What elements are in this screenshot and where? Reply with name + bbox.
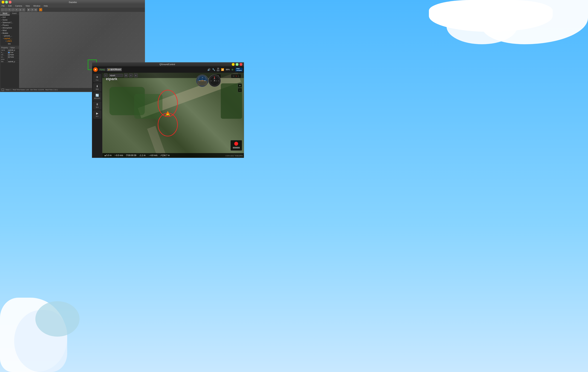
svg-text:-20: -20 bbox=[210, 80, 212, 81]
svg-rect-6 bbox=[197, 81, 207, 86]
gazebo-left-panel: World Insert ▸ GUI ▸ Scene ▸ Spherical C… bbox=[0, 12, 19, 88]
svg-text:15: 15 bbox=[214, 78, 215, 79]
status-simtime: Sim Time: 2:15.876 bbox=[30, 89, 44, 91]
speaker-icon[interactable]: 🔊 bbox=[207, 68, 210, 71]
toolbar-btn-6[interactable]: ◈ bbox=[19, 8, 22, 11]
tree-physics[interactable]: ▸ Physics bbox=[0, 24, 19, 27]
return-label: 返航|返回 bbox=[94, 98, 100, 99]
toolbar-btn-4[interactable]: ⤢ bbox=[11, 8, 15, 11]
checkbox-en[interactable] bbox=[8, 56, 10, 58]
tree-arrow-scene: ▸ bbox=[1, 19, 2, 21]
checkbox-sel[interactable] bbox=[8, 54, 10, 55]
tree-arrow-wind: ▸ bbox=[1, 30, 2, 31]
sidebar-btn-execute[interactable]: ▶ 执行 bbox=[93, 110, 101, 119]
map-back-btn[interactable]: ‹ bbox=[104, 73, 108, 77]
tree-arrow-spherical: ▸ bbox=[1, 22, 2, 23]
compass-widget: N -20 -10 10 20 15 bbox=[209, 75, 221, 87]
prop-key-en: en... bbox=[0, 56, 8, 58]
qgc-map[interactable]: ‹ ⊙ + ≡ elpark bbox=[102, 73, 244, 158]
gazebo-minimize-button[interactable] bbox=[2, 1, 4, 3]
prop-key-link: link bbox=[0, 61, 8, 63]
property-panel: Property Value name asphalt_p is_... Tru… bbox=[0, 46, 19, 63]
tree-scene[interactable]: ▸ Scene bbox=[0, 19, 19, 21]
tab-insert[interactable]: Insert bbox=[10, 12, 19, 15]
tree-gui[interactable]: ▸ GUI bbox=[0, 16, 19, 19]
zoom-out-btn[interactable]: - bbox=[238, 88, 242, 92]
property-col-key: Property bbox=[0, 46, 10, 49]
prop-key-name: name bbox=[0, 49, 8, 51]
gazebo-maximize-button[interactable] bbox=[5, 1, 8, 3]
qgc-maximize-btn[interactable] bbox=[236, 63, 239, 66]
qgc-win-controls bbox=[232, 63, 242, 66]
qgc-minimize-btn[interactable] bbox=[232, 63, 235, 66]
plan-icon: ✈ bbox=[96, 75, 98, 79]
panel-tree: ▸ GUI ▸ Scene ▸ Spherical C... ▸ Physics… bbox=[0, 15, 19, 46]
zoom-in-btn[interactable]: + bbox=[238, 83, 242, 88]
toolbar-btn-10[interactable]: ⏭ bbox=[34, 8, 37, 11]
toolbar-btn-1[interactable]: ⬚ bbox=[1, 8, 4, 11]
gazebo-menubar: File Edit Camera View Window Help bbox=[0, 4, 145, 8]
tree-asphalt[interactable]: ▾ asphalt_... bbox=[0, 37, 19, 40]
map-menu-btn[interactable]: ≡ bbox=[134, 73, 138, 77]
tree-links[interactable]: ▾ LINKS bbox=[0, 40, 19, 43]
map-search-input[interactable] bbox=[109, 74, 123, 77]
pause-icon: ⏸ bbox=[96, 103, 99, 106]
prop-key-sel: sel... bbox=[0, 54, 8, 56]
toolbar-btn-7[interactable]: ⊙ bbox=[22, 8, 25, 11]
signal-number-bottom: 0.0 bbox=[217, 70, 219, 72]
menu-edit[interactable]: Edit bbox=[8, 4, 12, 7]
property-col-value: Value bbox=[10, 46, 19, 49]
menu-camera[interactable]: Camera bbox=[14, 4, 23, 7]
prop-row-pose: pose bbox=[0, 58, 19, 61]
gazebo-pause-btn[interactable]: ⏸ bbox=[2, 88, 4, 91]
gazebo-titlebar: Gazebo bbox=[0, 0, 145, 4]
pause-label: 暂停 bbox=[96, 107, 99, 108]
toolbar-btn-8[interactable]: ▶ bbox=[27, 8, 30, 11]
gazebo-title: Gazebo bbox=[11, 1, 134, 3]
map-center-btn[interactable]: ⊙ bbox=[124, 73, 128, 77]
prop-key-is: is_... bbox=[0, 51, 8, 54]
menu-help[interactable]: Help bbox=[43, 4, 49, 7]
prop-row-sel: sel... False bbox=[0, 54, 19, 56]
mode-icon: ⚡ bbox=[108, 69, 110, 71]
status-vspeed: ↑-0.0 m/s bbox=[114, 154, 123, 157]
toolbar-btn-5[interactable]: ✦ bbox=[15, 8, 18, 11]
sidebar-btn-return[interactable]: 🔄 返航|返回 bbox=[93, 92, 101, 100]
signal-bars-icon: 📶 bbox=[221, 68, 224, 71]
tree-spherical[interactable]: ▸ Spherical C... bbox=[0, 21, 19, 24]
qgc-close-btn[interactable] bbox=[240, 63, 242, 66]
qgc-main: ✈ Plan ⬇ 降落 🔄 返航|返回 ⏸ 暂停 ▶ 执行 bbox=[92, 73, 244, 158]
status-heading: ↗134.7 m bbox=[160, 154, 169, 157]
flight-path bbox=[154, 88, 182, 138]
checkbox-is[interactable] bbox=[8, 52, 10, 53]
prop-val-sel: False bbox=[8, 54, 19, 56]
tree-models[interactable]: ▾ Models bbox=[0, 32, 19, 34]
prop-row-is: is_... True bbox=[0, 51, 19, 54]
status-rtf: Real Time Factor: 1.00 bbox=[13, 89, 29, 91]
sidebar-btn-plan[interactable]: ✈ Plan bbox=[93, 74, 101, 82]
prop-row-en: en... False bbox=[0, 56, 19, 58]
gazebo-close-button[interactable] bbox=[9, 1, 11, 3]
recording-dot bbox=[234, 142, 238, 146]
wrench-icon[interactable]: 🔧 bbox=[212, 68, 215, 71]
toolbar-btn-light[interactable]: ● bbox=[39, 8, 42, 11]
sidebar-btn-pause[interactable]: ⏸ 暂停 bbox=[93, 102, 101, 109]
toolbar-btn-3[interactable]: ↻ bbox=[8, 8, 11, 11]
toolbar-btn-2[interactable]: ↔ bbox=[4, 8, 8, 11]
sidebar-btn-land[interactable]: ⬇ 降落 bbox=[93, 83, 101, 91]
tree-ground[interactable]: ▸ ground_... bbox=[0, 34, 19, 37]
px4-logo: PX4 autopilot bbox=[235, 68, 243, 72]
tree-link[interactable]: link bbox=[0, 43, 19, 45]
recording-widget: 00000 bbox=[231, 140, 242, 151]
menu-window[interactable]: Window bbox=[32, 4, 41, 7]
toolbar-btn-9[interactable]: ⏸ bbox=[31, 8, 34, 11]
qgc-toolbar: Flying ⚡ 板外Offboard 🔊 🔧 10 0.0 📶 89% ⊕ P… bbox=[92, 66, 244, 73]
prop-val-name: asphalt_p bbox=[8, 49, 19, 51]
menu-file[interactable]: File bbox=[1, 4, 5, 7]
tab-world[interactable]: World bbox=[0, 12, 10, 15]
execute-icon: ▶ bbox=[96, 112, 98, 115]
menu-view[interactable]: View bbox=[25, 4, 31, 7]
map-add-btn[interactable]: + bbox=[129, 73, 133, 77]
tree-atmosphere[interactable]: ▸ Atmosphere bbox=[0, 27, 19, 29]
tree-wind[interactable]: ▸ Wind bbox=[0, 29, 19, 32]
